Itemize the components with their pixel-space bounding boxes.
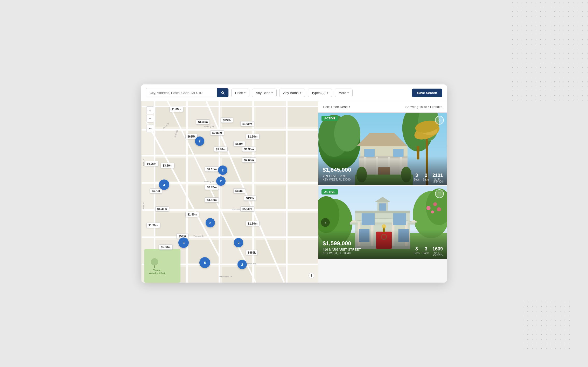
map-area[interactable]: Truman Waterfront Park Duval St Fleming …	[141, 101, 318, 283]
price-marker[interactable]: $608k	[233, 188, 246, 193]
svg-point-99	[437, 207, 441, 211]
sort-label: Sort: Price Desc	[323, 105, 347, 109]
price-marker[interactable]: $639k	[233, 141, 246, 146]
spec-beds-1: 3 Beds	[414, 173, 420, 181]
price-marker[interactable]: $975k	[150, 188, 162, 193]
favorite-button-2[interactable]: ♡	[435, 189, 444, 198]
svg-rect-9	[256, 131, 287, 154]
svg-rect-5	[287, 106, 318, 127]
price-marker[interactable]: $499k	[244, 196, 256, 201]
price-marker[interactable]: $799k	[221, 118, 233, 123]
mls-id-1: #584900	[433, 180, 443, 183]
draw-button[interactable]: ✏	[146, 125, 154, 132]
price-marker[interactable]: $5.50m	[240, 206, 254, 212]
baths-label-2: Baths	[423, 252, 429, 255]
price-marker[interactable]: $3.30m	[160, 163, 174, 168]
cluster-marker[interactable]: 3	[159, 179, 169, 190]
price-marker[interactable]: $1.90m	[214, 147, 228, 152]
search-input-wrap	[146, 88, 229, 97]
more-filter-label: More	[339, 91, 346, 95]
price-marker[interactable]: $889k	[246, 250, 258, 255]
price-filter-button[interactable]: Price ▾	[231, 89, 249, 97]
price-marker[interactable]: $4.40m	[155, 206, 169, 212]
save-search-button[interactable]: Save Search	[412, 89, 442, 97]
price-marker[interactable]: $1.18m	[205, 197, 219, 203]
sqft-value-2: 1609	[432, 247, 443, 251]
cluster-marker[interactable]: 2	[218, 165, 227, 175]
price-marker[interactable]: $1.80m	[246, 221, 260, 226]
svg-text:Truman: Truman	[153, 269, 161, 271]
svg-rect-10	[287, 131, 318, 154]
svg-point-98	[431, 210, 434, 213]
favorite-button-1[interactable]: ♡	[435, 116, 444, 125]
results-count: Showing 15 of 61 results	[405, 105, 442, 109]
svg-rect-107	[362, 213, 375, 225]
price-marker[interactable]: $5.50m	[159, 244, 172, 250]
more-filter-button[interactable]: More ▾	[335, 89, 353, 97]
svg-rect-115	[355, 211, 410, 213]
prev-photo-button-2[interactable]: ‹	[321, 218, 330, 227]
types-filter-button[interactable]: Types (2) ▾	[308, 89, 332, 97]
beds-value-1: 3	[415, 173, 418, 178]
sort-chevron-icon: ▾	[349, 105, 350, 108]
zoom-out-button[interactable]: −	[146, 115, 154, 123]
price-marker[interactable]: $1.85m	[170, 107, 183, 112]
svg-text:Fleming St: Fleming St	[204, 125, 214, 128]
sort-button[interactable]: Sort: Price Desc ▾	[323, 105, 350, 109]
search-input[interactable]	[146, 89, 217, 97]
cluster-marker[interactable]: 2	[237, 260, 247, 269]
price-chevron-icon: ▾	[244, 91, 246, 94]
price-marker[interactable]: $4.95m	[145, 161, 158, 166]
zoom-in-button[interactable]: +	[146, 106, 154, 114]
main-content: Truman Waterfront Park Duval St Fleming …	[141, 101, 447, 283]
spec-baths-2: 3 Baths	[423, 247, 429, 255]
types-chevron-icon: ▾	[327, 91, 328, 94]
search-button[interactable]	[217, 88, 228, 97]
cluster-marker[interactable]: 2	[206, 218, 215, 227]
svg-text:Fleming St: Fleming St	[204, 180, 214, 183]
price-marker[interactable]: $2.60m	[242, 157, 256, 163]
cluster-marker[interactable]: 2	[216, 176, 226, 186]
cluster-marker[interactable]: 2	[195, 136, 204, 146]
app-wrapper: Price ▾ Any Beds ▾ Any Baths ▾ Types (2)…	[141, 84, 447, 283]
price-marker[interactable]: $2.80m	[210, 130, 224, 135]
baths-value-1: 2	[425, 173, 427, 178]
price-marker[interactable]: $1.15m	[205, 167, 219, 172]
svg-rect-50	[144, 249, 180, 283]
property-specs-1: 3 Beds 2 Baths 2101 Sq.Ft.	[414, 173, 443, 181]
spec-sqft-2: 1609 Sq.Ft.	[432, 247, 443, 255]
price-marker[interactable]: $1.80m	[185, 212, 199, 217]
property-card-1[interactable]: ACTIVE ♡ $1,645,000 729 LOVE LANE KEY WE…	[318, 113, 447, 185]
svg-rect-118	[379, 203, 386, 211]
active-badge-2: ACTIVE	[321, 189, 338, 195]
sqft-value-1: 2101	[432, 173, 443, 178]
svg-rect-25	[287, 213, 318, 236]
property-price-1: $1,645,000	[323, 167, 351, 173]
beds-filter-button[interactable]: Any Beds ▾	[252, 89, 277, 97]
baths-value-2: 3	[425, 247, 427, 251]
svg-rect-108	[393, 213, 407, 225]
price-marker[interactable]: $1.20m	[246, 134, 260, 139]
more-chevron-icon: ▾	[347, 91, 349, 94]
svg-point-113	[382, 224, 386, 228]
property-card-2[interactable]: ACTIVE ♡ ‹ $1,599,000 416 MARGARET STREE…	[318, 186, 447, 259]
price-marker[interactable]: $1.60m	[240, 121, 254, 126]
price-marker[interactable]: $1.20m	[146, 223, 160, 228]
svg-rect-15	[287, 158, 318, 182]
cluster-marker[interactable]: 3	[178, 238, 189, 248]
listings-panel: Sort: Price Desc ▾ Showing 15 of 61 resu…	[318, 101, 447, 283]
svg-rect-81	[393, 149, 404, 157]
mls-id-2: #580295	[433, 254, 443, 257]
property-details-left-1: $1,645,000 729 LOVE LANE KEY WEST, FL 33…	[323, 167, 351, 181]
active-badge-1: ACTIVE	[321, 116, 338, 121]
price-marker[interactable]: $1.35m	[242, 147, 256, 152]
spec-baths-1: 2 Baths	[423, 173, 429, 181]
baths-filter-button[interactable]: Any Baths ▾	[279, 89, 305, 97]
property-specs-2: 3 Beds 3 Baths 1609 Sq.Ft.	[414, 247, 443, 255]
svg-rect-19	[256, 185, 287, 209]
price-marker[interactable]: $1.30m	[196, 119, 210, 125]
price-marker[interactable]: $3.70m	[205, 185, 219, 190]
svg-text:Waterfront Park: Waterfront Park	[149, 272, 165, 275]
property-price-2: $1,599,000	[323, 240, 361, 247]
svg-rect-24	[256, 213, 287, 236]
